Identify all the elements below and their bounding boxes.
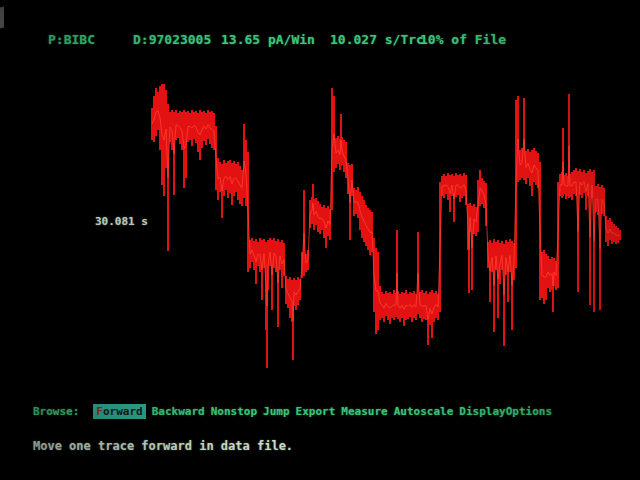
x-scale-field: 10.027 s/Trc [330, 32, 424, 47]
file-position-field: 10% of File [420, 32, 506, 47]
menu-item-backward[interactable]: Backward [152, 405, 205, 418]
help-text: Move one trace forward in data file. [33, 439, 293, 453]
status-bar: P:BIBC D:97023005 13.65 pA/Win 10.027 s/… [0, 32, 640, 48]
menu-item-displayoptions[interactable]: DisplayOptions [459, 405, 552, 418]
menu-item-measure[interactable]: Measure [341, 405, 387, 418]
trace-envelope-path [152, 84, 620, 368]
y-scale-field: 13.65 pA/Win [221, 32, 315, 47]
menu-item-forward[interactable]: Forward [93, 404, 145, 419]
menu-bar: Browse:ForwardBackwardNonstopJumpExportM… [33, 404, 558, 419]
protocol-field: P:BIBC [48, 32, 95, 47]
menu-prompt: Browse: [33, 405, 79, 418]
photo-artifact [0, 7, 4, 29]
menu-item-jump[interactable]: Jump [263, 405, 290, 418]
menu-item-nonstop[interactable]: Nonstop [211, 405, 257, 418]
menu-item-autoscale[interactable]: Autoscale [394, 405, 454, 418]
data-file-field: D:97023005 [133, 32, 211, 47]
menu-item-export[interactable]: Export [296, 405, 336, 418]
trace-time-label: 30.081 s [95, 215, 148, 228]
crt-screen: P:BIBC D:97023005 13.65 pA/Win 10.027 s/… [0, 0, 640, 480]
